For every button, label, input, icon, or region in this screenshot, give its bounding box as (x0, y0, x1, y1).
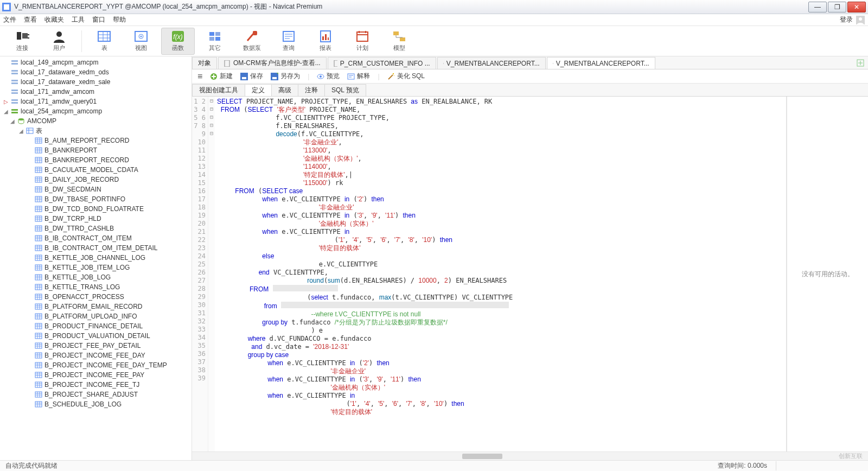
minimize-button[interactable]: — (808, 2, 827, 12)
table-item[interactable]: B_DW_TTRD_CASHLB (0, 224, 192, 233)
menu-help[interactable]: 帮助 (113, 15, 126, 24)
svg-rect-53 (35, 226, 42, 231)
toolbar-table[interactable]: 表 (87, 28, 121, 55)
table-item[interactable]: B_PROJECT_FEE_PAY_DETAIL (0, 341, 192, 351)
table-item[interactable]: B_PLATFORM_EMAIL_RECORD (0, 302, 192, 311)
connection-tree[interactable]: local_149_amcpm_amcpmlocal_17_dataware_x… (0, 56, 192, 460)
table-item[interactable]: B_PRODUCT_VALUATION_DETAIL (0, 331, 192, 341)
fold-gutter[interactable]: ⊟ ⊟ ⊟ ⊟ ⊟ (208, 97, 215, 451)
connection-item[interactable]: local_17_dataware_xedm_ods (0, 67, 192, 77)
table-item[interactable]: B_KETTLE_JOB_ITEM_LOG (0, 263, 192, 272)
table-item[interactable]: B_KETTLE_JOB_LOG (0, 272, 192, 282)
subtab[interactable]: 高级 (271, 84, 298, 96)
svg-rect-70 (35, 392, 42, 397)
table-item[interactable]: B_DW_TCRP_HLD (0, 214, 192, 224)
table-item[interactable]: B_SCHEDULE_JOB_LOG (0, 399, 192, 409)
menu-tools[interactable]: 工具 (72, 15, 85, 24)
menu-file[interactable]: 文件 (3, 15, 16, 24)
view-icon (443, 60, 444, 67)
toolbar-pump[interactable]: 数据泵 (235, 28, 269, 55)
toolbar-view[interactable]: 视图 (124, 28, 158, 55)
explain-button[interactable]: 解释 (347, 72, 370, 81)
table-item[interactable]: B_IB_CONTRACT_OM_ITEM_DETAIL (0, 243, 192, 253)
connection-item[interactable]: ◢local_254_amcpm_amcomp (0, 106, 192, 116)
table-item[interactable]: B_BANKREPORT (0, 145, 192, 155)
editor-tab[interactable]: V_RMENTBALANCEREPORT... (547, 57, 655, 69)
toolbar-model[interactable]: 模型 (382, 28, 416, 55)
toolbar-fx[interactable]: f(x)函数 (161, 28, 195, 55)
connection-item[interactable]: ▷local_171_amdw_query01 (0, 97, 192, 106)
subtab[interactable]: 注释 (298, 84, 325, 96)
expand-toggle[interactable]: ▷ (3, 99, 9, 105)
connection-item[interactable]: local_17_dataware_xedm_sale (0, 77, 192, 87)
table-item[interactable]: B_BANKREPORT_RECORD (0, 155, 192, 165)
horizontal-scrollbar[interactable] (192, 451, 868, 460)
svg-text:f(x): f(x) (173, 33, 182, 41)
table-item[interactable]: B_DW_TCD_BOND_FLOATRATE (0, 204, 192, 214)
connection-item[interactable]: local_171_amdw_amcom (0, 87, 192, 97)
login-link[interactable]: 登录 (840, 15, 865, 24)
subtab[interactable]: 视图创建工具 (192, 84, 245, 96)
editor-tab[interactable]: OM-CRM客户信息维护-查看... (218, 57, 327, 69)
hamburger-button[interactable]: ≡ (197, 72, 202, 81)
table-icon (35, 273, 42, 281)
beautify-button[interactable]: 美化 SQL (387, 72, 425, 81)
table-item[interactable]: B_KETTLE_TRANS_LOG (0, 282, 192, 292)
table-icon (35, 361, 42, 369)
svg-rect-59 (35, 284, 42, 290)
table-item[interactable]: B_PRODUCT_FINANCE_DETAIL (0, 321, 192, 331)
editor-tab[interactable]: V_RMENTBALANCEREPORT... (437, 57, 546, 69)
svg-rect-62 (35, 314, 42, 319)
subtab[interactable]: 定义 (245, 84, 272, 96)
table-item[interactable]: B_DAILY_JOB_RECORD (0, 175, 192, 184)
toolbar-plan[interactable]: 计划 (346, 28, 379, 55)
toolbar-other[interactable]: 其它 (198, 28, 232, 55)
menu-window[interactable]: 窗口 (92, 15, 105, 24)
table-item[interactable]: B_PROJECT_SHARE_ADJUST (0, 390, 192, 399)
toolbar-user[interactable]: 用户 (42, 28, 76, 55)
table-item[interactable]: B_DW_TBASE_PORTINFO (0, 194, 192, 204)
table-item[interactable]: B_PROJECT_INCOME_FEE_DAY (0, 351, 192, 360)
save-button[interactable]: 保存 (240, 72, 263, 81)
connection-item[interactable]: local_149_amcpm_amcpm (0, 58, 192, 67)
expand-toggle[interactable]: ◢ (18, 128, 24, 134)
table-item[interactable]: B_PROJECT_INCOME_FEE_TJ (0, 380, 192, 390)
new-button[interactable]: 新建 (210, 72, 233, 81)
table-icon (35, 137, 42, 144)
svg-rect-5 (22, 33, 28, 39)
maximize-button[interactable]: ❐ (828, 2, 846, 12)
close-button[interactable]: ✕ (847, 2, 866, 12)
table-item[interactable]: B_PLATFORM_UPLOAD_INFO (0, 311, 192, 321)
tables-folder[interactable]: ◢表 (0, 126, 192, 136)
svg-rect-30 (11, 60, 18, 62)
toolbar-report[interactable]: 报表 (309, 28, 342, 55)
expand-toggle[interactable]: ◢ (3, 109, 9, 114)
toolbar-query[interactable]: 查询 (272, 28, 305, 55)
table-item[interactable]: B_AUM_REPORT_RECORD (0, 136, 192, 145)
expand-toggle[interactable]: ◢ (10, 118, 15, 124)
editor-tab[interactable]: P_CRM_CUSTOMER_INFO ... (328, 57, 436, 69)
preview-button[interactable]: 预览 (317, 72, 340, 81)
menu-favorites[interactable]: 收藏夹 (44, 15, 64, 24)
table-item[interactable]: B_OPENACCT_PROCESS (0, 292, 192, 302)
view-icon (133, 30, 149, 43)
code-area[interactable]: SELECT PROJECT_NAME, PROJECT_TYPE, EN_RE… (215, 97, 786, 451)
editor-tab[interactable]: 对象 (192, 57, 217, 69)
sql-editor[interactable]: 1 2 3 4 5 6 7 8 9 10 11 12 13 14 15 16 1… (192, 97, 787, 451)
eye-icon (317, 73, 324, 80)
table-item[interactable]: B_IB_CONTRACT_OM_ITEM (0, 233, 192, 243)
saveas-button[interactable]: 另存为 (271, 72, 300, 81)
schema-item[interactable]: ◢AMCOMP (0, 116, 192, 126)
new-tab-button[interactable] (853, 57, 868, 69)
scroll-thumb[interactable] (462, 454, 502, 459)
svg-rect-65 (35, 343, 42, 348)
table-item[interactable]: B_CACULATE_MODEL_CDATA (0, 165, 192, 175)
table-item[interactable]: B_DW_SECDMAIN (0, 184, 192, 194)
toolbar-plug[interactable]: 连接 (5, 28, 39, 55)
svg-rect-19 (253, 31, 257, 35)
menu-view[interactable]: 查看 (24, 15, 37, 24)
table-item[interactable]: B_PROJECT_INCOME_FEE_PAY (0, 370, 192, 380)
table-item[interactable]: B_PROJECT_INCOME_FEE_DAY_TEMP (0, 360, 192, 370)
table-item[interactable]: B_KETTLE_JOB_CHANNEL_LOG (0, 253, 192, 263)
subtab[interactable]: SQL 预览 (324, 84, 366, 96)
